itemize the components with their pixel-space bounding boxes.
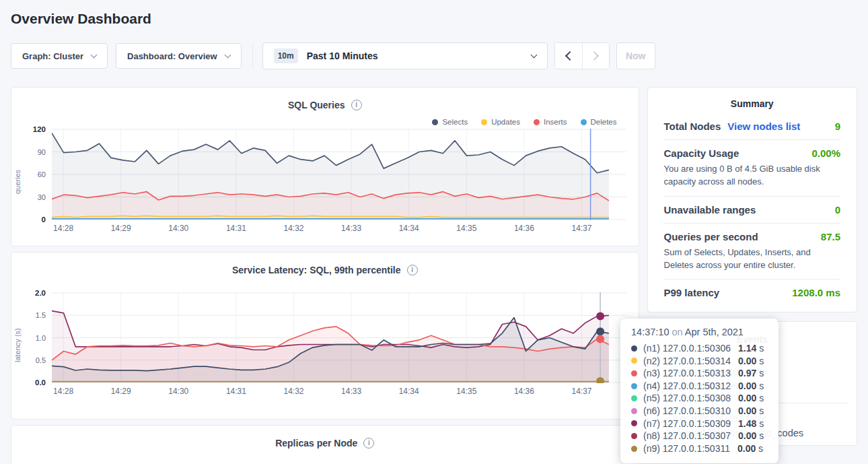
dashboard-controls: Graph: Cluster Dashboard: Overview 10m P… [11,42,857,69]
x-tick-label: 14:30 [168,387,188,396]
tooltip-node-value: 1.14 s [738,342,764,355]
x-tick-label: 14:29 [111,387,131,396]
tooltip-node-label: (n9) 127.0.0.1:50311 [643,442,730,455]
charts-column: SQL Queries i SelectsUpdatesInsertsDelet… [11,87,639,464]
tooltip-node-label: (n1) 127.0.0.1:50306 [643,342,731,355]
legend-item-inserts[interactable]: Inserts [534,118,567,126]
summary-row-description: You are using 0 B of 4.5 GiB usable disk… [664,163,840,189]
y-axis-label: queries [11,129,24,235]
legend-label: Selects [442,118,468,126]
x-tick-label: 14:33 [341,224,361,233]
view-nodes-list-link[interactable]: View nodes list [727,121,800,132]
summary-row-label: Capacity Usage [664,147,739,159]
y-tick-label: 1.0 [36,334,46,342]
tooltip-node-row: (n3) 127.0.0.1:503130.97 s [631,367,769,380]
summary-panel: Summary Total NodesView nodes list9Capac… [647,87,857,312]
tooltip-timestamp: 14:37:10 on Apr 5th, 2021 [631,327,769,337]
tooltip-node-label: (n2) 127.0.0.1:50314 [643,355,731,368]
tooltip-node-unit: s [756,430,764,441]
legend-dot-icon [481,119,487,125]
x-tick-label: 14:35 [456,387,476,396]
dashboard-dropdown[interactable]: Dashboard: Overview [116,43,242,69]
x-tick-label: 14:28 [53,224,73,233]
tooltip-node-unit: s [756,380,764,391]
legend-dot-icon [581,119,587,125]
tooltip-node-unit: s [756,343,764,354]
info-icon[interactable]: i [351,100,362,110]
x-tick-label: 14:36 [514,224,534,233]
tooltip-node-row: (n7) 127.0.0.1:503091.48 s [631,418,769,430]
info-icon[interactable]: i [407,265,418,275]
chart-title-text: Replicas per Node [275,438,357,449]
sql-queries-chart[interactable] [52,129,626,220]
time-range-label: Past 10 Minutes [307,51,523,61]
service-latency-chart[interactable] [52,292,626,383]
tooltip-node-value: 1.48 s [738,418,764,430]
time-prev-button[interactable] [555,43,582,69]
service-latency-panel: Service Latency: SQL, 99th percentile i … [11,252,639,420]
time-range-badge: 10m [274,48,298,63]
tooltip-node-row: (n6) 127.0.0.1:503100.00 s [631,405,769,418]
summary-row-value: 1208.0 ms [792,287,840,298]
x-tick-label: 14:29 [111,224,131,233]
legend-label: Updates [491,118,520,126]
chevron-down-icon [530,51,537,58]
tooltip-node-row: (n8) 127.0.0.1:503070.00 s [631,430,769,442]
sql-queries-panel: SQL Queries i SelectsUpdatesInsertsDelet… [11,87,639,246]
sql-queries-chart-area: queries 1209060300 14:2814:2914:3014:311… [11,129,639,235]
tooltip-node-label: (n4) 127.0.0.1:50312 [643,380,731,393]
time-nav-group [554,42,610,69]
tooltip-node-unit: s [756,393,764,403]
tooltip-node-unit: s [756,418,764,429]
y-axis-ticks: 2.01.51.00.50.0 [24,292,52,383]
chart-title-text: Service Latency: SQL, 99th percentile [232,265,401,275]
summary-row: Unavailable ranges0 [664,204,840,216]
node-color-dot-icon [631,433,637,439]
x-tick-label: 14:36 [514,387,534,396]
x-tick-label: 14:30 [168,224,188,233]
y-tick-label: 1.5 [36,311,46,319]
x-axis-ticks: 14:2814:2914:3014:3114:3214:3314:3414:35… [52,220,626,235]
legend-label: Deletes [591,118,617,126]
time-next-button[interactable] [582,43,609,69]
now-button[interactable]: Now [616,42,655,69]
y-tick-label: 0.5 [36,356,46,364]
chart-hover-tooltip: 14:37:10 on Apr 5th, 2021 (n1) 127.0.0.1… [620,319,779,463]
tooltip-node-label: (n7) 127.0.0.1:50309 [643,418,731,430]
chart-title-text: SQL Queries [288,100,345,110]
x-tick-label: 14:34 [399,387,419,396]
tooltip-node-label: (n3) 127.0.0.1:50313 [643,367,731,380]
tooltip-node-row: (n2) 127.0.0.1:503140.00 s [631,355,769,368]
service-latency-title: Service Latency: SQL, 99th percentile i [11,253,639,275]
legend-label: Inserts [544,118,567,126]
node-color-dot-icon [631,345,637,352]
sql-queries-legend: SelectsUpdatesInsertsDeletes [432,118,616,126]
info-icon[interactable]: i [363,438,374,449]
plot-wrap: 14:2814:2914:3014:3114:3214:3314:3414:35… [52,292,626,398]
legend-item-deletes[interactable]: Deletes [581,118,617,126]
summary-row: Capacity Usage0.00% [664,147,840,159]
y-axis-label: latency (s) [11,292,24,398]
chevron-left-icon [565,51,575,61]
graph-scope-dropdown-label: Graph: Cluster [22,51,83,61]
node-color-dot-icon [631,446,637,452]
summary-row-label: Total Nodes [664,121,721,132]
legend-item-selects[interactable]: Selects [432,118,468,126]
time-range-picker[interactable]: 10m Past 10 Minutes [262,42,548,69]
y-axis-ticks: 1209060300 [24,129,52,220]
y-tick-label: 90 [38,148,46,156]
sql-queries-title: SQL Queries i [11,88,639,110]
graph-scope-dropdown[interactable]: Graph: Cluster [11,43,108,69]
summary-row-description: Sum of Selects, Updates, Inserts, and De… [664,246,840,272]
tooltip-node-value: 0.97 s [738,367,764,380]
y-tick-label: 30 [38,193,46,201]
x-tick-label: 14:33 [341,387,361,396]
node-color-dot-icon [631,358,637,364]
summary-row-value: 87.5 [821,231,840,242]
legend-item-updates[interactable]: Updates [481,118,520,126]
y-tick-label: 120 [33,125,46,133]
summary-divider [664,279,840,279]
tooltip-node-value: 0.00 s [738,355,764,368]
service-latency-chart-area: latency (s) 2.01.51.00.50.0 14:2814:2914… [11,292,639,398]
chevron-down-icon [224,51,231,58]
